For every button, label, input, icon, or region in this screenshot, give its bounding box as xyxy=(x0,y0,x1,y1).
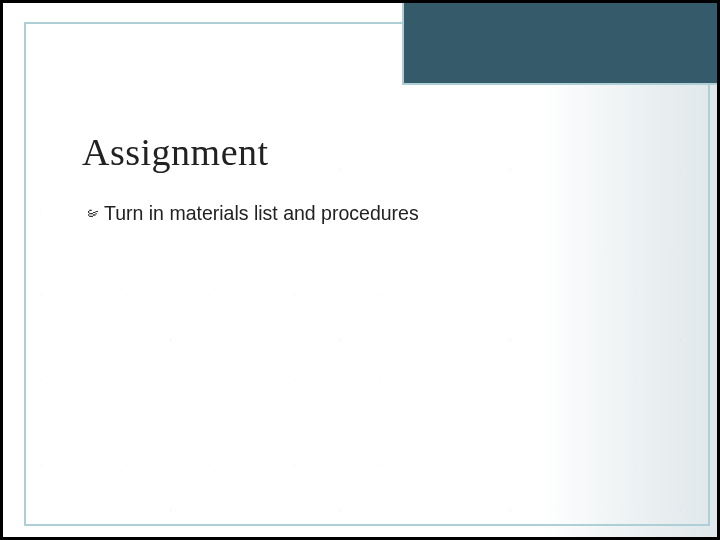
bullet-item: ༄ Turn in materials list and procedures xyxy=(82,202,670,225)
slide-title: Assignment xyxy=(82,130,670,174)
slide-content: Assignment ༄ Turn in materials list and … xyxy=(24,22,710,526)
bullet-text: Turn in materials list and procedures xyxy=(104,202,419,225)
title-corner-block xyxy=(402,3,717,85)
flourish-icon: ༄ xyxy=(88,205,98,225)
